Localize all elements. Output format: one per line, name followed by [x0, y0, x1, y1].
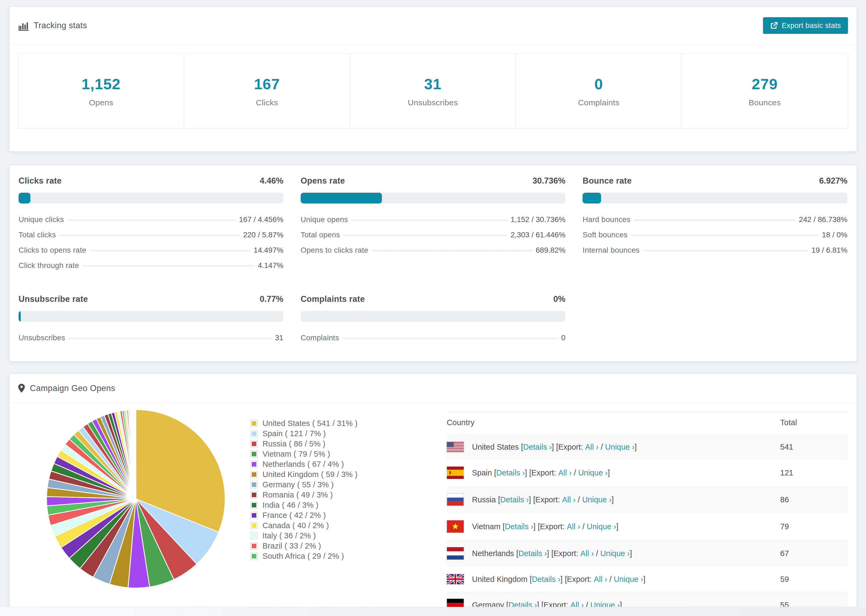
rate-detail-label: Hard bounces — [583, 215, 630, 224]
export-all-link[interactable]: All › — [580, 549, 594, 558]
details-link[interactable]: Details › — [523, 443, 552, 451]
bracket-text: [ — [501, 522, 505, 531]
dotted-leader — [631, 235, 818, 236]
dotted-leader — [372, 250, 532, 251]
export-all-link[interactable]: All › — [558, 468, 572, 477]
export-all-link[interactable]: All › — [562, 495, 576, 504]
legend-item-vietnam[interactable]: Vietnam ( 79 / 5% ) — [250, 449, 417, 459]
country-total: 86 — [780, 486, 847, 513]
dotted-leader — [634, 220, 795, 220]
rate-detail-row: Total opens2,303 / 61.446% — [301, 231, 565, 246]
legend-swatch — [250, 512, 258, 519]
legend-item-france[interactable]: France ( 42 / 2% ) — [250, 510, 417, 520]
export-all-link[interactable]: All › — [567, 522, 580, 531]
rates-panel: Clicks rate4.46%Unique clicks167 / 4.456… — [9, 165, 857, 361]
export-all-link[interactable]: All › — [570, 601, 584, 607]
legend-swatch — [250, 542, 258, 550]
bracket-text: ] — [616, 522, 618, 531]
legend-item-netherlands[interactable]: Netherlands ( 67 / 4% ) — [250, 459, 417, 469]
rate-progress-fill — [583, 193, 601, 203]
bracket-text: [ — [514, 549, 518, 558]
legend-item-brazil[interactable]: Brazil ( 33 / 2% ) — [250, 541, 417, 551]
export-all-link[interactable]: All › — [594, 575, 607, 584]
details-link[interactable]: Details › — [532, 575, 560, 584]
legend-swatch — [250, 460, 258, 468]
dotted-leader — [344, 235, 507, 236]
legend-label: Romania ( 49 / 3% ) — [263, 490, 333, 499]
export-prefix-text: ] [Export: — [533, 522, 567, 531]
legend-label: France ( 42 / 2% ) — [263, 511, 326, 520]
country-name: United Kingdom — [472, 575, 527, 584]
legend-label: India ( 46 / 3% ) — [263, 501, 318, 509]
legend-item-spain[interactable]: Spain ( 121 / 7% ) — [250, 428, 417, 438]
export-unique-link[interactable]: Unique › — [600, 549, 630, 558]
dotted-leader — [60, 235, 239, 236]
tracking-stats-panel: Tracking stats Export basic stats 1,152O… — [9, 6, 857, 152]
rate-detail-value: 14.497% — [254, 246, 283, 255]
geo-table-row-ru: Russia [Details ›] [Export: All › / Uniq… — [447, 486, 847, 513]
rate-detail-value: 18 / 0% — [822, 231, 847, 239]
legend-item-russia[interactable]: Russia ( 86 / 5% ) — [250, 438, 417, 449]
pie-slice-other[interactable] — [135, 410, 136, 499]
legend-swatch — [250, 553, 258, 560]
rate-progress-bar — [19, 311, 283, 322]
export-unique-link[interactable]: Unique › — [605, 443, 635, 451]
bracket-text: ] — [608, 468, 610, 477]
details-link[interactable]: Details › — [505, 522, 533, 531]
rate-value: 0% — [553, 294, 565, 304]
rate-progress-fill — [301, 193, 382, 203]
campaign-geo-opens-panel: Campaign Geo Opens United States ( 541 /… — [9, 374, 857, 607]
export-prefix-text: ] [Export: — [529, 495, 562, 504]
stat-label: Opens — [89, 98, 113, 107]
rate-detail-label: Internal bounces — [583, 246, 639, 255]
rate-detail-value: 220 / 5.87% — [243, 231, 283, 239]
legend-label: South Africa ( 29 / 2% ) — [263, 552, 344, 561]
map-pin-icon — [18, 383, 25, 393]
rate-value: 6.927% — [819, 176, 847, 186]
flag-icon-ru — [447, 493, 464, 506]
legend-swatch — [250, 420, 258, 427]
page-title: Tracking stats — [34, 21, 87, 30]
export-unique-link[interactable]: Unique › — [578, 468, 608, 477]
legend-label: Russia ( 86 / 5% ) — [263, 439, 326, 448]
details-link[interactable]: Details › — [500, 495, 529, 504]
dotted-leader — [643, 250, 808, 251]
export-all-link[interactable]: All › — [585, 443, 599, 451]
legend-item-romania[interactable]: Romania ( 49 / 3% ) — [250, 490, 417, 500]
column-header-total: Total — [780, 412, 847, 435]
rate-detail-row: Soft bounces18 / 0% — [583, 231, 847, 246]
column-header-country: Country — [447, 412, 780, 435]
legend-item-germany[interactable]: Germany ( 55 / 3% ) — [250, 479, 417, 490]
rate-detail-row: Total clicks220 / 5.87% — [19, 231, 283, 246]
export-unique-link[interactable]: Unique › — [587, 522, 616, 531]
legend-item-united-states[interactable]: United States ( 541 / 31% ) — [250, 418, 417, 428]
legend-item-italy[interactable]: Italy ( 36 / 2% ) — [250, 531, 417, 541]
rate-card-opens-rate: Opens rate30.736%Unique opens1,152 / 30.… — [301, 176, 565, 277]
legend-label: United Kingdom ( 59 / 3% ) — [263, 470, 357, 479]
details-link[interactable]: Details › — [508, 601, 537, 607]
stat-label: Clicks — [256, 98, 278, 107]
rate-card-complaints-rate: Complaints rate0%Complaints0 — [301, 294, 565, 349]
legend-swatch — [250, 430, 258, 437]
geo-table-row-de: Germany [Details ›] [Export: All › / Uni… — [447, 592, 847, 607]
details-link[interactable]: Details › — [496, 468, 525, 477]
rate-value: 30.736% — [532, 176, 565, 186]
export-basic-stats-button[interactable]: Export basic stats — [763, 17, 848, 34]
export-unique-link[interactable]: Unique › — [614, 575, 643, 584]
export-unique-link[interactable]: Unique › — [582, 495, 612, 504]
export-prefix-text: ] [Export: — [547, 549, 580, 558]
rate-detail-label: Unique clicks — [19, 215, 64, 224]
country-total: 121 — [780, 459, 847, 486]
rate-progress-fill — [19, 311, 21, 322]
details-link[interactable]: Details › — [518, 549, 547, 558]
legend-swatch — [250, 491, 258, 498]
legend-item-south-africa[interactable]: South Africa ( 29 / 2% ) — [250, 551, 417, 561]
rate-detail-row: Internal bounces19 / 6.81% — [583, 246, 847, 261]
country-total: 79 — [780, 513, 847, 540]
legend-label: Netherlands ( 67 / 4% ) — [263, 460, 344, 469]
export-unique-link[interactable]: Unique › — [590, 601, 620, 607]
legend-item-canada[interactable]: Canada ( 40 / 2% ) — [250, 520, 417, 531]
legend-item-united-kingdom[interactable]: United Kingdom ( 59 / 3% ) — [250, 469, 417, 479]
geo-table-row-es: Spain [Details ›] [Export: All › / Uniqu… — [447, 459, 847, 486]
legend-item-india[interactable]: India ( 46 / 3% ) — [250, 500, 417, 510]
